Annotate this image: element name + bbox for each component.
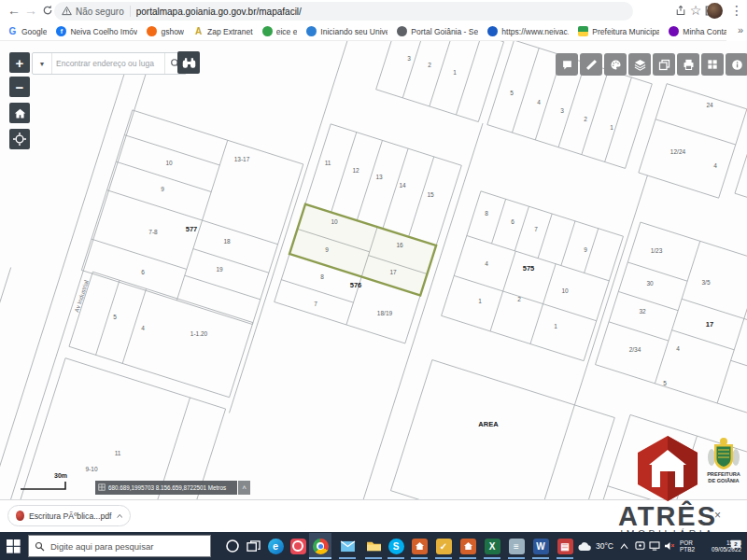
taskbar-app-pdf-app[interactable]: ▤: [554, 533, 576, 559]
parcel-label: 10: [561, 287, 569, 294]
parcel-label: 1: [610, 124, 613, 131]
bookmark-eice[interactable]: eice e: [262, 26, 298, 36]
bookmark-prefeitura-municipal[interactable]: Prefeitura Municipa...: [578, 26, 659, 36]
running-indicator: [484, 557, 500, 559]
portal-goiania-icon: [397, 26, 407, 36]
parcel-label: 1: [478, 298, 482, 304]
parcel-label: 9: [161, 186, 164, 192]
bookmark-neiva-coelho[interactable]: fNeiva Coelho Imóv...: [56, 26, 137, 36]
zoom-out-button[interactable]: −: [9, 77, 30, 97]
parcel-label: 4: [485, 260, 488, 267]
running-indicator: [309, 557, 331, 559]
desktop-screen: ← → Não seguro portalmapa.goiania.go.gov…: [0, 0, 747, 560]
block-label: 17: [706, 320, 713, 329]
layers-icon[interactable]: [628, 53, 651, 76]
coordinates-readout: 680.689,1995703 8.156.659,8722501 Metros: [95, 481, 237, 495]
parcel-label: 8: [320, 273, 324, 280]
coordinates-expand-chevron[interactable]: ˄: [238, 481, 250, 495]
parcel-label: 10: [331, 218, 338, 225]
taskbar-app-mail-app[interactable]: [336, 533, 359, 559]
binoculars-search-button[interactable]: [177, 51, 200, 74]
start-button[interactable]: [2, 533, 24, 559]
running-indicator: [557, 557, 573, 559]
running-indicator: [411, 557, 428, 559]
apps-grid-icon[interactable]: [701, 53, 724, 76]
info-icon[interactable]: [726, 53, 747, 76]
taskbar-app-edge-browser[interactable]: e: [264, 533, 287, 559]
print-icon[interactable]: [677, 53, 699, 76]
taskbar-app-chrome-browser[interactable]: [309, 533, 331, 559]
google-icon: G: [7, 26, 18, 36]
bookmarks-overflow-chevron[interactable]: »: [738, 24, 743, 35]
parcel-label: 12: [352, 167, 359, 174]
taskbar-app-app-gold[interactable]: ✓: [432, 533, 455, 559]
profile-avatar[interactable]: [707, 3, 723, 19]
back-icon[interactable]: ←: [6, 2, 22, 19]
bookmark-iniciando-universo[interactable]: Iniciando seu Unive...: [306, 26, 388, 36]
search-input[interactable]: [52, 53, 164, 74]
draw-palette-icon[interactable]: [604, 53, 627, 76]
browser-toolbar: ← → Não seguro portalmapa.goiania.go.gov…: [0, 0, 747, 22]
notification-center-icon[interactable]: 2: [729, 539, 742, 555]
chevron-up-icon[interactable]: [117, 513, 122, 519]
warning-icon: [62, 6, 72, 18]
downloaded-file-name: Escritura PÃºblica...pdf: [29, 511, 112, 521]
parcel-label: 2: [428, 62, 431, 68]
weather-widget[interactable]: 30°C: [577, 532, 613, 560]
bookmark-zap-extranet[interactable]: AZap Extranet: [193, 26, 253, 36]
comment-tool-icon[interactable]: [556, 53, 578, 76]
parcel-label: 2/34: [629, 346, 641, 353]
search-icon: [35, 541, 45, 552]
language-indicator[interactable]: POR PTB2: [680, 532, 695, 560]
locate-button[interactable]: [9, 129, 30, 149]
highlighted-parcel[interactable]: [289, 204, 436, 296]
home-button[interactable]: [9, 103, 30, 123]
taskbar-app-word[interactable]: W: [529, 533, 552, 559]
onedrive-icon[interactable]: [635, 532, 645, 560]
bookmark-portal-goiania[interactable]: Portal Goiânia - Ser...: [397, 26, 478, 36]
bookmark-neivac-url[interactable]: https://www.neivac...: [487, 26, 569, 36]
taskbar-app-task-view[interactable]: [242, 533, 264, 559]
downloaded-file-chip[interactable]: Escritura PÃºblica...pdf: [7, 505, 131, 526]
taskbar-search[interactable]: Digite aqui para pesquisar: [28, 535, 211, 557]
map-canvas[interactable]: 111213141510916175768718/1913-171097-857…: [0, 41, 747, 499]
taskbar-app-app-house-1[interactable]: [408, 533, 430, 559]
parcel-label: 4: [141, 325, 145, 331]
bookmark-label: Portal Goiânia - Ser...: [411, 27, 478, 36]
taskbar-app-app-house-2[interactable]: [457, 533, 479, 559]
taskbar-search-placeholder: Digite aqui para pesquisar: [50, 541, 153, 552]
taskbar-app-excel[interactable]: X: [481, 533, 503, 559]
bookmark-google[interactable]: GGoogle: [7, 26, 47, 36]
volume-muted-icon[interactable]: [664, 532, 675, 560]
parcel-label: 1: [453, 69, 457, 76]
taskbar-app-notes-app[interactable]: ≡: [505, 533, 528, 559]
bookmark-gshow[interactable]: gshow: [147, 26, 184, 36]
taskbar-app-photos-app[interactable]: [287, 533, 309, 559]
security-label: Não seguro: [76, 7, 124, 17]
taskbar-app-file-explorer[interactable]: [362, 533, 385, 559]
parcel-label: 16: [396, 242, 403, 248]
url-bar[interactable]: Não seguro portalmapa.goiania.go.gov.br/…: [54, 2, 633, 21]
bookmark-minha-conta-olx[interactable]: Minha Conta | OLX: [669, 26, 726, 36]
basemap-gallery-icon[interactable]: [653, 53, 675, 76]
parcel-label: 7-8: [148, 229, 158, 235]
bookmark-label: Google: [21, 27, 47, 36]
language-line2: PTB2: [680, 546, 695, 553]
menu-dots-icon[interactable]: ⋮: [728, 2, 745, 19]
map-labels: 111213141510916175768718/1913-171097-857…: [73, 55, 717, 487]
parcel-label: 6: [141, 269, 145, 275]
taskbar-app-skype[interactable]: S: [385, 533, 407, 559]
search-source-dropdown[interactable]: ▼: [33, 53, 52, 74]
tray-chevron-icon[interactable]: [620, 532, 628, 560]
measure-tool-icon[interactable]: [580, 53, 602, 76]
forward-icon[interactable]: →: [22, 2, 39, 19]
bookmark-label: https://www.neivac...: [501, 27, 569, 36]
parcel-label: 13: [375, 174, 383, 180]
eice-icon: [262, 26, 273, 36]
taskbar-app-cortana[interactable]: [221, 533, 244, 559]
network-icon[interactable]: [649, 532, 660, 560]
atres-title: ATRÊS: [605, 504, 730, 528]
parcel-label: 11: [115, 450, 121, 456]
parcel-label: 4: [676, 345, 680, 352]
zoom-in-button[interactable]: +: [9, 52, 30, 73]
